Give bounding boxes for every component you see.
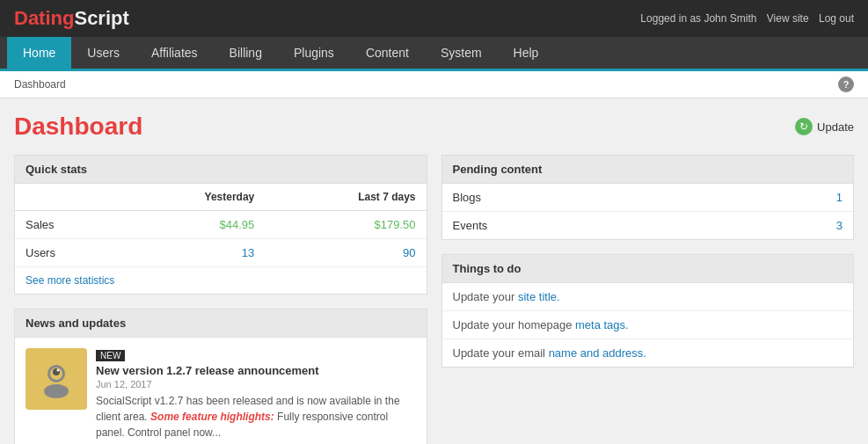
- news-body: NEW New version 1.2.7 release announceme…: [15, 338, 427, 444]
- col-yesterday: Yesterday: [120, 184, 265, 211]
- sales-yesterday: $44.95: [120, 211, 265, 239]
- content-columns: Quick stats Yesterday Last 7 days: [14, 155, 854, 444]
- news-header: News and updates: [15, 309, 427, 338]
- left-column: Quick stats Yesterday Last 7 days: [14, 155, 427, 444]
- table-row: Sales $44.95 $179.50: [15, 211, 427, 239]
- update-label: Update: [817, 120, 854, 134]
- row-label: Users: [15, 239, 120, 267]
- col-last7: Last 7 days: [265, 184, 426, 211]
- todo-item: Update your homepage meta tags.: [442, 311, 854, 339]
- breadcrumb: Dashboard: [14, 78, 66, 91]
- table-row: Blogs 1: [442, 184, 854, 212]
- right-column: Pending content Blogs 1 Events: [441, 155, 855, 444]
- news-title: New version 1.2.7 release announcement: [96, 364, 416, 377]
- todo-link[interactable]: name and address.: [549, 346, 646, 360]
- nav-item-plugins[interactable]: Plugins: [278, 37, 350, 69]
- todos-panel: Things to do Update your site title. Upd…: [441, 254, 855, 368]
- news-thumbnail: [26, 348, 87, 410]
- logo-dating: Dating: [14, 7, 74, 29]
- news-date: Jun 12, 2017: [96, 379, 416, 389]
- todo-prefix: Update your: [453, 290, 518, 303]
- pending-count-link[interactable]: 1: [836, 191, 842, 204]
- help-icon[interactable]: ?: [838, 76, 854, 92]
- nav-item-system[interactable]: System: [425, 37, 498, 69]
- sales-last7: $179.50: [265, 211, 426, 239]
- logo: DatingScript: [14, 7, 129, 30]
- view-site-link[interactable]: View site: [767, 12, 809, 25]
- main-content: Dashboard ↻ Update Quick stats Yesterday: [0, 98, 868, 444]
- nav-item-home[interactable]: Home: [7, 37, 71, 69]
- news-text: SocialScript v1.2.7 has been released an…: [96, 393, 416, 440]
- todo-item: Update your email name and address.: [442, 339, 854, 367]
- quick-stats-body: Yesterday Last 7 days Sales $44.95 $179.…: [15, 184, 427, 294]
- pending-count: 3: [718, 212, 853, 240]
- header-right: Logged in as John Smith View site Log ou…: [640, 12, 854, 25]
- pending-label: Events: [442, 212, 718, 240]
- quick-stats-panel: Quick stats Yesterday Last 7 days: [14, 155, 427, 295]
- logged-in-label: Logged in as John Smith: [640, 12, 756, 25]
- quick-stats-header: Quick stats: [15, 156, 427, 184]
- news-panel: News and updates: [14, 309, 427, 444]
- todo-item: Update your site title.: [442, 283, 854, 311]
- row-label: Sales: [15, 211, 120, 239]
- todo-prefix: Update your email: [453, 346, 549, 360]
- svg-point-1: [44, 384, 69, 398]
- nav-item-billing[interactable]: Billing: [214, 37, 278, 69]
- logo-script: Script: [74, 7, 128, 29]
- todo-link[interactable]: meta tags.: [575, 318, 629, 331]
- table-row: Events 3: [442, 212, 854, 240]
- update-button[interactable]: ↻ Update: [795, 118, 854, 135]
- todo-prefix: Update your homepage: [453, 318, 575, 331]
- main-nav: Home Users Affiliates Billing Plugins Co…: [0, 37, 868, 71]
- table-row: Users 13 90: [15, 239, 427, 267]
- header: DatingScript Logged in as John Smith Vie…: [0, 0, 868, 37]
- todos-header: Things to do: [442, 255, 854, 283]
- news-content: NEW New version 1.2.7 release announceme…: [96, 348, 416, 440]
- pending-panel: Pending content Blogs 1 Events: [441, 155, 855, 240]
- todos-body: Update your site title. Update your home…: [442, 283, 854, 367]
- page-title: Dashboard: [14, 113, 142, 141]
- nav-item-content[interactable]: Content: [350, 37, 425, 69]
- todo-link[interactable]: site title.: [518, 290, 560, 303]
- breadcrumb-bar: Dashboard ?: [0, 71, 868, 98]
- users-last7: 90: [265, 239, 426, 267]
- users-yesterday: 13: [120, 239, 265, 267]
- svg-point-4: [57, 369, 60, 372]
- col-label: [15, 184, 120, 211]
- page-title-row: Dashboard ↻ Update: [14, 113, 854, 141]
- news-text-highlight: Some feature highlights:: [150, 411, 274, 423]
- logout-link[interactable]: Log out: [819, 12, 854, 25]
- see-more-link[interactable]: See more statistics: [15, 266, 427, 294]
- stats-table: Yesterday Last 7 days Sales $44.95 $179.…: [15, 184, 427, 266]
- pending-body: Blogs 1 Events 3: [442, 184, 854, 239]
- pending-table: Blogs 1 Events 3: [442, 184, 854, 239]
- news-badge: NEW: [96, 350, 125, 361]
- nav-item-users[interactable]: Users: [71, 37, 135, 69]
- pending-count: 1: [718, 184, 853, 212]
- news-item: NEW New version 1.2.7 release announceme…: [15, 338, 427, 444]
- news-thumb-icon: [35, 358, 77, 400]
- nav-item-help[interactable]: Help: [498, 37, 555, 69]
- pending-header: Pending content: [442, 156, 854, 184]
- nav-item-affiliates[interactable]: Affiliates: [135, 37, 214, 69]
- update-icon: ↻: [795, 118, 813, 135]
- pending-label: Blogs: [442, 184, 718, 212]
